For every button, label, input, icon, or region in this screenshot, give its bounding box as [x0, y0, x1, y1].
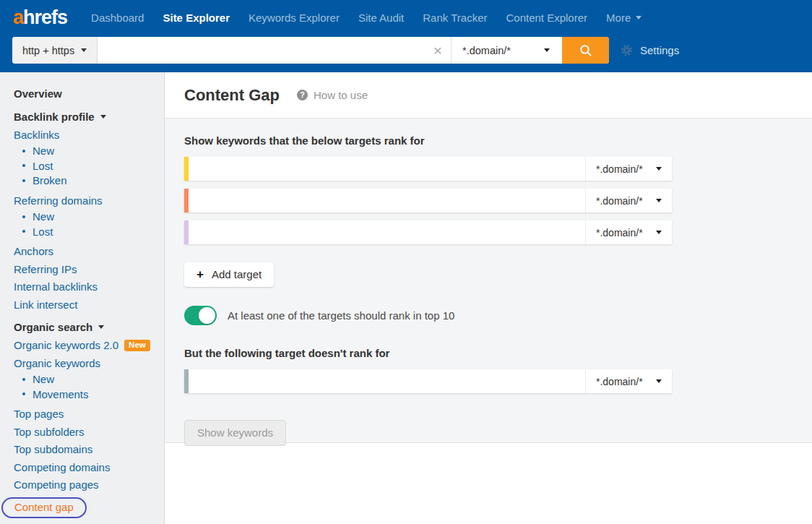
sidebar: Overview Backlink profile Backlinks New … [0, 72, 165, 524]
target-mode-select-3[interactable]: *.domain/* [586, 220, 672, 244]
top-bar: ahrefs Dashboard Site Explorer Keywords … [0, 0, 812, 72]
bullet-icon [22, 378, 25, 381]
sidebar-item-backlinks[interactable]: Backlinks [0, 126, 164, 144]
bullet-icon [22, 164, 25, 167]
sidebar-item-organic-keywords[interactable]: Organic keywords [0, 354, 164, 372]
sidebar-item-top-subdomains[interactable]: Top subdomains [0, 441, 164, 459]
sidebar-item-organic-movements[interactable]: Movements [0, 387, 164, 402]
page-header: Content Gap ? How to use [165, 72, 812, 119]
how-to-use-link[interactable]: ? How to use [297, 89, 368, 101]
sidebar-item-organic-new[interactable]: New [0, 372, 164, 387]
bullet-icon [22, 230, 25, 233]
site-search-bar: http + https × *.domain/* [12, 37, 609, 64]
chevron-down-icon [81, 48, 87, 52]
target-input-1[interactable] [189, 157, 585, 181]
target-row: *.domain/* [184, 220, 672, 244]
rank-top10-toggle-label: At least one of the targets should rank … [228, 309, 454, 322]
chevron-down-icon [636, 16, 642, 20]
search-mode-select[interactable]: *.domain/* [452, 37, 562, 64]
sidebar-item-internal-backlinks[interactable]: Internal backlinks [0, 278, 164, 296]
logo-rest: hrefs [23, 7, 67, 28]
target-input-3[interactable] [189, 220, 585, 244]
nav-dashboard[interactable]: Dashboard [82, 12, 153, 24]
page-title: Content Gap [184, 86, 280, 105]
sidebar-item-link-intersect[interactable]: Link intersect [0, 296, 164, 314]
bullet-icon [22, 392, 25, 395]
sidebar-item-anchors[interactable]: Anchors [0, 243, 164, 261]
chevron-down-icon [656, 231, 662, 234]
exclude-mode-select[interactable]: *.domain/* [586, 369, 672, 393]
content-gap-form: Show keywords that the below targets ran… [165, 119, 812, 443]
sidebar-active-item-wrap: Content gap [0, 497, 164, 518]
exclude-target-input[interactable] [189, 369, 585, 393]
chevron-down-icon [656, 199, 662, 202]
nav-content-explorer[interactable]: Content Explorer [496, 12, 597, 24]
chevron-down-icon [656, 379, 662, 383]
sidebar-item-content-gap[interactable]: Content gap [1, 497, 87, 518]
sidebar-item-competing-domains[interactable]: Competing domains [0, 458, 164, 476]
target-search-input[interactable] [98, 37, 425, 64]
bullet-icon [22, 150, 25, 153]
search-button[interactable] [562, 37, 609, 64]
ahrefs-logo[interactable]: ahrefs [13, 7, 67, 29]
rank-section-label: Show keywords that the below targets ran… [184, 134, 812, 147]
bullet-icon [22, 179, 25, 182]
add-target-button[interactable]: + Add target [184, 262, 274, 287]
protocol-select[interactable]: http + https [12, 37, 98, 64]
bullet-icon [22, 215, 25, 218]
sidebar-item-organic-keywords-2[interactable]: Organic keywords 2.0New [0, 337, 164, 355]
rank-top10-toggle-row: At least one of the targets should rank … [184, 306, 812, 325]
target-input-2[interactable] [189, 189, 585, 212]
main-content: Content Gap ? How to use Show keywords t… [165, 72, 812, 524]
nav-rank-tracker[interactable]: Rank Tracker [413, 12, 496, 24]
exclude-target-row: *.domain/* [184, 369, 672, 393]
main-nav: ahrefs Dashboard Site Explorer Keywords … [0, 0, 812, 35]
gear-icon [620, 43, 634, 57]
show-keywords-button[interactable]: Show keywords [184, 420, 286, 446]
sidebar-section-organic-search[interactable]: Organic search [0, 318, 164, 337]
target-mode-select-1[interactable]: *.domain/* [586, 157, 672, 181]
sidebar-item-refdomains-lost[interactable]: Lost [0, 224, 164, 239]
sidebar-item-referring-domains[interactable]: Referring domains [0, 192, 164, 210]
chevron-down-icon [98, 325, 104, 329]
sidebar-item-top-pages[interactable]: Top pages [0, 405, 164, 424]
clear-input-icon[interactable]: × [425, 37, 451, 64]
sidebar-item-top-subfolders[interactable]: Top subfolders [0, 423, 164, 441]
rank-top10-toggle[interactable] [184, 306, 217, 325]
toggle-knob [199, 307, 215, 324]
sidebar-item-refdomains-new[interactable]: New [0, 210, 164, 225]
how-to-use-label: How to use [314, 89, 368, 101]
search-icon [579, 43, 593, 58]
search-row: http + https × *.domain/* Settings [0, 35, 812, 64]
settings-label: Settings [640, 44, 679, 56]
sidebar-item-backlinks-broken[interactable]: Broken [0, 173, 164, 189]
sidebar-item-backlinks-lost[interactable]: Lost [0, 158, 164, 173]
sidebar-item-backlinks-new[interactable]: New [0, 144, 164, 159]
plus-icon: + [196, 268, 204, 280]
settings-button[interactable]: Settings [620, 37, 679, 64]
new-badge: New [124, 340, 150, 352]
nav-more[interactable]: More [597, 12, 651, 24]
help-icon: ? [297, 90, 308, 100]
nav-keywords-explorer[interactable]: Keywords Explorer [239, 12, 349, 24]
chevron-down-icon [544, 48, 550, 52]
sidebar-item-referring-ips[interactable]: Referring IPs [0, 260, 164, 278]
target-row: *.domain/* [184, 157, 672, 181]
target-mode-select-2[interactable]: *.domain/* [586, 189, 672, 212]
nav-site-explorer[interactable]: Site Explorer [153, 12, 239, 24]
logo-letter-a: a [13, 7, 23, 28]
chevron-down-icon [100, 115, 106, 119]
sidebar-item-competing-pages[interactable]: Competing pages [0, 476, 164, 494]
nav-site-audit[interactable]: Site Audit [349, 12, 413, 24]
sidebar-item-overview[interactable]: Overview [0, 84, 164, 103]
exclude-section-label: But the following target doesn't rank fo… [184, 347, 812, 359]
chevron-down-icon [656, 167, 662, 171]
target-row: *.domain/* [184, 189, 672, 212]
sidebar-section-backlink-profile[interactable]: Backlink profile [0, 107, 164, 126]
